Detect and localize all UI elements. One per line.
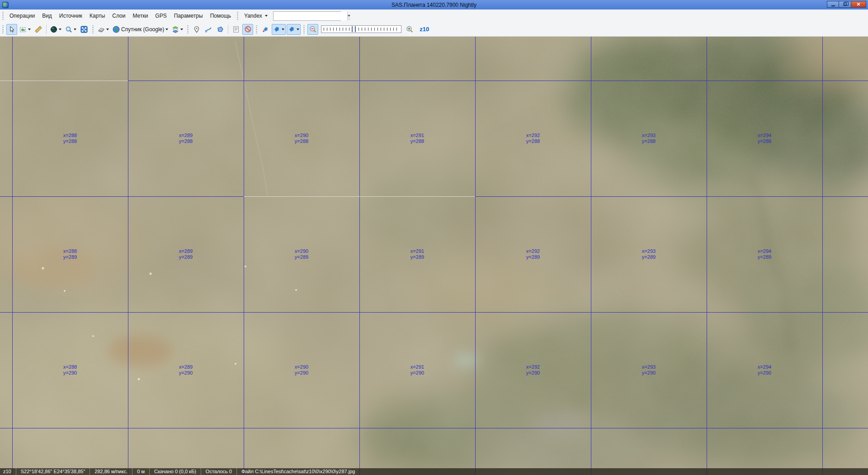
title-bar[interactable]: SAS.Планета 140220.7900 Nightly ✕ <box>0 0 868 10</box>
tile-label-x288-y288: x=288 y=288 <box>63 133 77 144</box>
main-toolbar: Спутник (Google) <box>0 22 868 37</box>
tile-label-x288-y290: x=288 y=290 <box>63 364 77 376</box>
earth-icon <box>113 26 120 33</box>
menu-item-9[interactable]: Помощь <box>207 10 235 21</box>
chevron-down-icon <box>265 15 268 17</box>
gps-bird-icon <box>288 26 295 33</box>
chevron-down-icon <box>282 28 284 30</box>
cursor-icon <box>8 26 15 33</box>
gps-bird-icon <box>273 26 280 33</box>
zoom-level-label: z10 <box>420 26 429 33</box>
cursor-tool[interactable] <box>6 24 17 35</box>
combobox-dropdown-button[interactable] <box>347 12 350 20</box>
toolbar-grip[interactable] <box>303 25 305 33</box>
status-scale: 282,86 м/пикс. <box>90 468 132 475</box>
zoom-slider[interactable] <box>321 25 401 33</box>
layers-icon <box>172 26 179 33</box>
restore-button[interactable] <box>839 1 851 8</box>
tile-grid-vline <box>128 37 128 475</box>
zoom-out-button[interactable] <box>307 24 318 35</box>
tile-grid-vline <box>475 37 476 475</box>
chevron-down-icon <box>106 28 109 30</box>
tile-label-x293-y288: x=293 y=288 <box>642 133 656 144</box>
application-window: SAS.Планета 140220.7900 Nightly ✕ Операц… <box>0 0 868 475</box>
cache-tool[interactable] <box>96 24 110 35</box>
tile-seam-white-line <box>244 196 475 197</box>
search-input[interactable] <box>274 12 347 20</box>
path-tool[interactable] <box>203 24 214 35</box>
status-coordinates: S22°18'42,86" E24°35'38,85" <box>16 468 90 475</box>
status-elevation: 0 м <box>132 468 149 475</box>
close-button[interactable]: ✕ <box>851 1 866 8</box>
tile-grid-hline <box>0 312 868 313</box>
magnifier-icon <box>65 26 72 33</box>
zoom-in-button[interactable] <box>404 24 415 35</box>
chevron-down-icon <box>297 28 299 30</box>
nav-globe-tool[interactable] <box>49 24 63 35</box>
restore-icon <box>843 3 847 6</box>
menu-item-1[interactable]: Операции <box>6 10 38 21</box>
tile-grid-hline <box>0 428 868 428</box>
gps-track-button[interactable] <box>272 24 286 35</box>
form-list-icon <box>232 26 240 33</box>
menu-item-8[interactable]: Параметры <box>170 10 207 21</box>
tile-grid-vline <box>591 37 591 475</box>
zoom-slider-thumb[interactable] <box>352 26 356 32</box>
chevron-down-icon <box>348 15 350 17</box>
tile-grid-vline <box>12 37 13 475</box>
tile-label-x292-y289: x=292 y=289 <box>526 248 540 260</box>
map-source-button[interactable]: Спутник (Google) <box>111 24 170 35</box>
download-manager-tool[interactable] <box>231 24 241 35</box>
stop-download-tool[interactable] <box>242 24 253 35</box>
menu-item-7[interactable]: GPS <box>151 10 170 21</box>
tile-label-x291-y289: x=291 y=289 <box>410 248 424 260</box>
window-controls: ✕ <box>827 1 866 8</box>
menu-item-5[interactable]: Слои <box>108 10 129 21</box>
menu-item-3[interactable]: Источник <box>56 10 86 21</box>
zoom-in-icon <box>406 25 414 33</box>
layers-button[interactable] <box>170 24 184 35</box>
tile-label-x291-y288: x=291 y=288 <box>410 133 424 144</box>
chevron-down-icon <box>180 28 183 30</box>
toolbar-grip[interactable] <box>237 12 238 20</box>
source-quick-dropdown[interactable]: Yandex <box>241 10 271 21</box>
menu-item-6[interactable]: Метки <box>129 10 151 21</box>
polygon-tool[interactable] <box>215 24 226 35</box>
tile-label-x293-y290: x=293 y=290 <box>642 364 656 376</box>
chevron-down-icon <box>165 28 168 30</box>
toolbar-grip[interactable] <box>256 25 257 33</box>
map-viewport[interactable]: x=288 y=288x=289 y=288x=290 y=288x=291 y… <box>0 37 868 475</box>
tile-label-x293-y289: x=293 y=289 <box>642 248 656 260</box>
menu-item-2[interactable]: Вид <box>38 10 56 21</box>
tile-grid-vline <box>359 37 360 475</box>
zoom-out-icon <box>309 25 317 33</box>
menu-item-4[interactable]: Карты <box>86 10 108 21</box>
menu-items: ОперацииВидИсточникКартыСлоиМеткиGPSПара… <box>6 10 235 21</box>
fullscreen-tool[interactable] <box>79 24 90 35</box>
toolbar-grip[interactable] <box>187 25 189 33</box>
search-combobox[interactable] <box>273 11 341 21</box>
gps-position-button[interactable] <box>287 24 301 35</box>
ruler-icon <box>35 26 42 33</box>
dark-globe-icon <box>50 26 57 33</box>
gps-marker-tool[interactable] <box>260 24 271 35</box>
tile-label-x292-y290: x=292 y=290 <box>526 364 540 376</box>
toolbar-grip[interactable] <box>2 25 4 33</box>
search-globe-tool[interactable] <box>64 24 78 35</box>
tile-label-x294-y288: x=294 y=288 <box>758 133 771 144</box>
placemark-tool[interactable] <box>191 24 202 35</box>
gps-marker-icon <box>262 26 269 33</box>
minimize-button[interactable] <box>827 1 839 8</box>
toolbar-grip[interactable] <box>2 12 4 20</box>
tile-label-x289-y288: x=289 y=288 <box>179 133 193 144</box>
no-entry-icon <box>244 25 252 33</box>
tile-label-x289-y289: x=289 y=289 <box>179 248 193 260</box>
ruler-tool[interactable] <box>33 24 44 35</box>
toolbar-grip[interactable] <box>92 25 94 33</box>
rect-select-tool[interactable] <box>18 24 32 35</box>
tile-seam-white-line <box>0 81 128 81</box>
placemark-pin-icon <box>193 26 200 33</box>
tile-label-x289-y290: x=289 y=290 <box>179 364 193 376</box>
fullscreen-icon <box>80 26 88 33</box>
minimize-icon <box>831 5 835 6</box>
